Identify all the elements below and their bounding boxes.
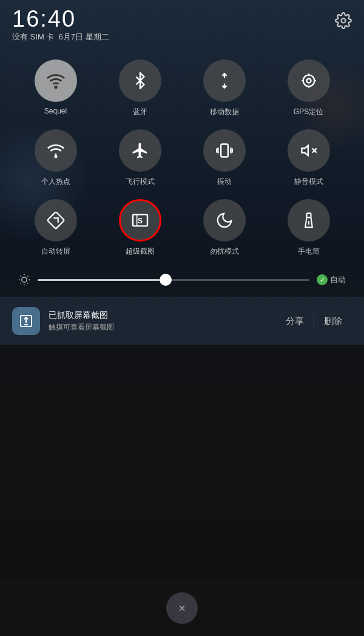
tile-bluetooth[interactable]: 蓝牙: [103, 59, 177, 117]
auto-label: 自动: [330, 274, 346, 285]
tile-rotate[interactable]: 自动转屏: [18, 199, 93, 257]
auto-check-icon: ✓: [317, 274, 328, 285]
close-button[interactable]: ×: [166, 592, 198, 624]
tile-icon-screenshot: S: [119, 199, 161, 242]
brightness-row[interactable]: ✓ 自动: [0, 263, 364, 297]
tile-dnd[interactable]: 勿扰模式: [187, 199, 261, 257]
tile-icon-bluetooth: [119, 59, 161, 102]
tile-icon-dnd: [203, 199, 246, 242]
tile-icon-mobile-data: [203, 59, 246, 102]
tile-label-silent: 静音模式: [294, 177, 323, 187]
tile-icon-hotspot: [35, 129, 77, 172]
svg-point-0: [342, 19, 346, 23]
svg-point-1: [55, 86, 56, 88]
tile-airplane[interactable]: 飞行模式: [103, 129, 177, 187]
tile-icon-vibrate: [203, 129, 246, 172]
tile-label-screenshot: 超级截图: [126, 246, 155, 257]
svg-point-10: [55, 156, 56, 158]
close-area: ×: [0, 580, 364, 636]
tile-label-wifi: Sequel: [44, 107, 67, 115]
svg-line-34: [27, 276, 28, 277]
tile-mobile-data[interactable]: 移动数据: [187, 59, 261, 117]
main-container: 16:40 没有 SIM 卡 6月7日 星期二 Seq: [0, 0, 364, 636]
tile-label-dnd: 勿扰模式: [210, 246, 239, 257]
tile-icon-silent: [288, 129, 330, 172]
notification-item[interactable]: 已抓取屏幕截图 触摸可查看屏幕截图 分享 删除: [12, 307, 352, 335]
empty-area: [0, 345, 364, 580]
brightness-fill: [38, 279, 166, 281]
tile-icon-flashlight: [288, 199, 330, 242]
svg-rect-24: [306, 213, 311, 217]
tile-gps[interactable]: GPS定位: [271, 59, 346, 117]
tile-label-rotate: 自动转屏: [41, 246, 70, 257]
svg-point-26: [22, 277, 27, 282]
notif-share-button[interactable]: 分享: [276, 311, 314, 332]
status-left: 16:40 没有 SIM 卡 6月7日 星期二: [12, 7, 109, 42]
close-icon: ×: [178, 601, 186, 615]
brightness-track[interactable]: [38, 279, 309, 281]
svg-marker-17: [302, 146, 308, 155]
notif-subtitle: 触摸可查看屏幕截图: [49, 322, 268, 333]
notif-actions: 分享 删除: [276, 311, 352, 332]
svg-point-4: [306, 79, 311, 83]
svg-line-33: [21, 283, 21, 283]
tile-label-flashlight: 手电筒: [298, 246, 320, 257]
brightness-auto[interactable]: ✓ 自动: [317, 274, 346, 285]
tile-hotspot[interactable]: 个人热点: [18, 129, 93, 187]
tile-label-hotspot: 个人热点: [41, 177, 70, 187]
tile-vibrate[interactable]: 振动: [187, 129, 261, 187]
tile-silent[interactable]: 静音模式: [271, 129, 346, 187]
notification-area[interactable]: 已抓取屏幕截图 触摸可查看屏幕截图 分享 删除: [0, 297, 364, 345]
tile-label-gps: GPS定位: [294, 107, 323, 117]
tile-icon-wifi: [35, 59, 77, 102]
svg-line-30: [27, 283, 28, 283]
svg-rect-20: [47, 212, 64, 229]
tile-icon-airplane: [119, 129, 161, 172]
notif-screenshot-icon: [12, 307, 40, 335]
brightness-icon: [18, 274, 30, 286]
tile-icon-gps: [288, 59, 330, 102]
svg-rect-12: [221, 144, 228, 157]
date-display: 没有 SIM 卡 6月7日 星期二: [12, 32, 109, 42]
tile-label-bluetooth: 蓝牙: [133, 107, 147, 117]
tile-label-mobile-data: 移动数据: [210, 107, 239, 117]
tile-label-vibrate: 振动: [217, 177, 232, 187]
tile-screenshot[interactable]: S 超级截图: [103, 199, 177, 257]
status-bar: 16:40 没有 SIM 卡 6月7日 星期二: [0, 0, 364, 47]
time-display: 16:40: [12, 7, 109, 30]
tile-wifi[interactable]: Sequel: [18, 59, 93, 117]
status-right[interactable]: [335, 7, 352, 29]
tile-icon-rotate: [35, 199, 77, 242]
quick-tiles-grid: Sequel 蓝牙 移动数据: [0, 47, 364, 263]
tile-label-airplane: 飞行模式: [126, 177, 155, 187]
brightness-thumb[interactable]: [160, 274, 172, 286]
notif-delete-button[interactable]: 删除: [314, 311, 352, 332]
tile-flashlight[interactable]: 手电筒: [271, 199, 346, 257]
settings-icon[interactable]: [335, 12, 352, 29]
notif-text: 已抓取屏幕截图 触摸可查看屏幕截图: [49, 310, 268, 333]
svg-point-5: [303, 75, 314, 87]
svg-text:S: S: [137, 217, 142, 225]
svg-line-29: [21, 276, 21, 277]
notif-title: 已抓取屏幕截图: [49, 310, 268, 321]
